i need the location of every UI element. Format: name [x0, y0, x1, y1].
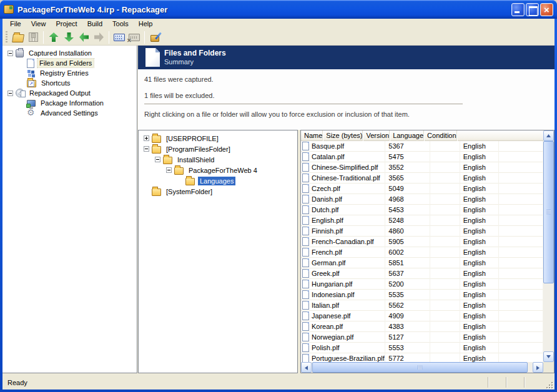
file-icon: [302, 152, 309, 161]
folder-tree-item[interactable]: [USERPROFILE]: [139, 133, 297, 144]
close-button[interactable]: [540, 3, 553, 16]
table-row[interactable]: Danish.plf 4968 English: [301, 194, 543, 205]
tree-item[interactable]: Shortcuts: [2, 78, 137, 88]
toolbar-separator: [144, 31, 145, 44]
keyboard-icon: [114, 34, 125, 41]
column-header[interactable]: Size (bytes): [323, 130, 363, 141]
forward-button[interactable]: [91, 31, 106, 44]
file-icon: [302, 163, 309, 172]
explorer-split: [USERPROFILE] [ProgramFilesFolder] Ins: [138, 130, 555, 373]
repackager-window: PackageForTheWeb 4.irp - Repackager File…: [0, 0, 557, 392]
minimize-button[interactable]: [511, 3, 525, 16]
table-row[interactable]: Czech.plf 5049 English: [301, 184, 543, 194]
menu-item[interactable]: File: [5, 19, 26, 29]
scroll-right-button[interactable]: [533, 362, 543, 373]
file-icon: [302, 269, 309, 278]
menu-item[interactable]: View: [26, 19, 51, 29]
table-row[interactable]: Catalan.plf 5475 English: [301, 152, 543, 162]
status-pane: [506, 377, 524, 388]
file-icon: [302, 227, 309, 235]
file-icon: [302, 333, 309, 341]
tree-item[interactable]: Advanced Settings: [2, 108, 137, 118]
status-pane: [524, 377, 542, 388]
open-project-button[interactable]: [11, 31, 26, 44]
toolbar-separator: [109, 31, 109, 44]
table-row[interactable]: Indonesian.plf 5535 English: [301, 290, 543, 300]
file-icon: [302, 142, 309, 150]
tree-expander[interactable]: [7, 51, 13, 56]
table-row[interactable]: Chinese-Traditional.plf 3565 English: [301, 173, 543, 184]
horizontal-scroll-thumb[interactable]: [312, 362, 528, 373]
section-subtitle: Summary: [164, 58, 194, 66]
menu-item[interactable]: Tools: [107, 19, 134, 29]
menu-item[interactable]: Project: [51, 19, 82, 29]
table-row[interactable]: Polish.plf 5553 English: [301, 343, 543, 353]
folder-tree-item[interactable]: InstallShield: [139, 154, 297, 165]
window-title: PackageForTheWeb 4.irp - Repackager: [17, 5, 511, 14]
column-header[interactable]: Language: [390, 130, 424, 141]
menu-item[interactable]: Build: [82, 19, 107, 29]
scroll-down-button[interactable]: [543, 351, 554, 362]
file-icon: [302, 258, 309, 267]
summary-divider: [144, 104, 463, 104]
menu-item[interactable]: Help: [134, 19, 158, 29]
move-down-button[interactable]: [61, 31, 76, 44]
file-icon: [302, 290, 309, 299]
arrow-up-icon: [49, 32, 59, 42]
folder-tree-item[interactable]: [SystemFolder]: [139, 186, 297, 197]
build-package-button[interactable]: [147, 31, 162, 44]
tree-item[interactable]: Package Information: [2, 98, 137, 108]
table-row[interactable]: Norwegian.plf 5127 English: [301, 332, 543, 343]
scroll-left-button[interactable]: [301, 362, 312, 373]
move-up-button[interactable]: [46, 31, 61, 44]
tree-expander[interactable]: [166, 167, 172, 173]
folder-tree-item[interactable]: [ProgramFilesFolder]: [139, 144, 297, 154]
column-header[interactable]: Condition: [424, 130, 456, 141]
tree-item[interactable]: Captured Installation: [2, 48, 137, 58]
tree-expander[interactable]: [144, 146, 149, 152]
file-icon: [302, 174, 309, 182]
file-icon: [302, 311, 309, 320]
file-list-header: Name Size (bytes) Version Language Condi…: [301, 130, 543, 141]
vertical-scrollbar[interactable]: [543, 130, 554, 362]
column-header[interactable]: Name: [301, 130, 323, 141]
table-row[interactable]: Portuguese-Brazilian.plf 5772 English: [301, 353, 543, 362]
folder-tree-item[interactable]: Languages: [139, 175, 297, 186]
window-body: File View Project Build Tools Help: [2, 19, 555, 390]
scroll-up-button[interactable]: [543, 130, 554, 141]
tree-item[interactable]: Registry Entries: [2, 68, 137, 78]
title-bar[interactable]: PackageForTheWeb 4.irp - Repackager: [0, 0, 557, 19]
table-row[interactable]: Greek.plf 5637 English: [301, 268, 543, 279]
back-button[interactable]: [76, 31, 91, 44]
table-row[interactable]: Italian.plf 5562 English: [301, 300, 543, 311]
toolbar-grip[interactable]: [6, 31, 7, 44]
tree-item[interactable]: Repackaged Output: [2, 88, 137, 98]
vertical-scroll-thumb[interactable]: [543, 141, 554, 283]
save-project-button[interactable]: [26, 31, 41, 44]
menu-bar: File View Project Build Tools Help: [2, 19, 555, 29]
table-row[interactable]: Basque.plf 5367 English: [301, 141, 543, 152]
tree-expander[interactable]: [155, 157, 160, 162]
folder-tree-item[interactable]: PackageForTheWeb 4: [139, 165, 297, 175]
table-row[interactable]: German.plf 5851 English: [301, 258, 543, 268]
tree-item[interactable]: Files and Folders: [2, 58, 137, 68]
table-row[interactable]: Finnish.plf 4860 English: [301, 226, 543, 237]
table-row[interactable]: English.plf 5248 English: [301, 215, 543, 226]
table-row[interactable]: Japanese.plf 4909 English: [301, 311, 543, 321]
tree-expander[interactable]: [144, 135, 149, 141]
table-row[interactable]: Hungarian.plf 5200 English: [301, 279, 543, 290]
folder-tree: [USERPROFILE] [ProgramFilesFolder] Ins: [138, 130, 298, 373]
capture-input-button[interactable]: [112, 31, 127, 44]
table-row[interactable]: Korean.plf 4383 English: [301, 321, 543, 332]
tree-expander[interactable]: [7, 91, 13, 96]
capture-input-off-button[interactable]: [127, 31, 142, 44]
table-row[interactable]: French-Canadian.plf 5905 English: [301, 237, 543, 247]
maximize-button[interactable]: [526, 3, 539, 16]
table-row[interactable]: Dutch.plf 5453 English: [301, 205, 543, 215]
table-row[interactable]: Chinese-Simplified.plf 3552 English: [301, 162, 543, 173]
column-header[interactable]: Version: [363, 130, 390, 141]
table-row[interactable]: French.plf 6002 English: [301, 247, 543, 258]
horizontal-scrollbar[interactable]: [301, 362, 543, 373]
resize-grip[interactable]: [545, 380, 553, 389]
camera-icon: [16, 49, 24, 57]
